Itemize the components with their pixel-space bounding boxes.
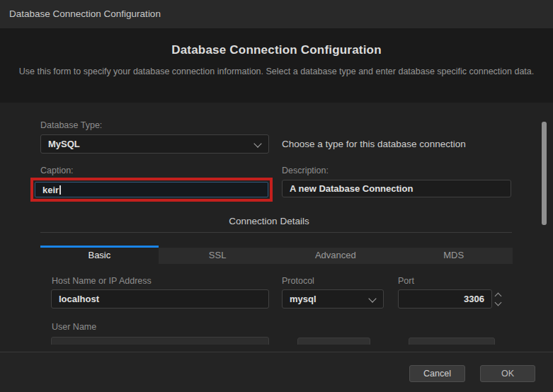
dialog-footer: [0, 352, 553, 392]
truncated-button-left[interactable]: [297, 338, 370, 345]
host-value: localhost: [59, 294, 99, 304]
tab-mds[interactable]: MDS: [394, 246, 513, 264]
dialog-header: Database Connection Configuration Use th…: [0, 28, 553, 103]
page-title: Database Connection Configuration: [0, 28, 553, 57]
database-type-select[interactable]: MySQL: [40, 134, 269, 154]
caption-label: Caption:: [40, 166, 74, 175]
host-label: Host Name or IP Address: [52, 276, 152, 286]
protocol-select[interactable]: mysql: [282, 289, 384, 309]
cancel-button[interactable]: Cancel: [409, 365, 465, 382]
caption-value: keir: [42, 185, 59, 195]
protocol-value: mysql: [290, 294, 317, 304]
connection-details-title: Connection Details: [0, 216, 538, 226]
chevron-down-icon: [253, 139, 261, 147]
description-value: A new Database Connection: [290, 183, 413, 194]
ok-button[interactable]: OK: [480, 365, 535, 382]
protocol-label: Protocol: [282, 276, 314, 286]
truncated-button-right[interactable]: [409, 338, 495, 345]
caption-input[interactable]: keir: [35, 182, 268, 197]
scrollbar-thumb[interactable]: [542, 122, 547, 225]
chevron-down-icon: [368, 294, 376, 302]
port-input[interactable]: 3306: [398, 289, 492, 309]
connection-details-tabs: Basic SSL Advanced MDS: [40, 246, 513, 264]
database-type-value: MySQL: [48, 139, 80, 149]
window-titlebar: Database Connection Configuration: [0, 0, 553, 28]
database-type-help: Choose a type for this database connecti…: [282, 139, 466, 149]
host-input[interactable]: localhost: [51, 289, 269, 309]
tab-basic[interactable]: Basic: [40, 246, 159, 264]
page-subtitle: Use this form to specify your database c…: [16, 66, 537, 78]
form-scroll-area: Database Type: MySQL Choose a type for t…: [0, 103, 538, 345]
tab-ssl[interactable]: SSL: [159, 246, 277, 264]
database-connection-dialog: Database Connection Configuration Databa…: [0, 0, 553, 392]
description-label: Description:: [282, 166, 329, 175]
database-type-label: Database Type:: [40, 120, 102, 130]
window-title: Database Connection Configuration: [9, 8, 161, 19]
username-input[interactable]: [51, 337, 269, 345]
tab-advanced[interactable]: Advanced: [277, 246, 395, 264]
port-value: 3306: [464, 294, 484, 304]
spinner-down-icon[interactable]: [495, 299, 502, 306]
description-input[interactable]: A new Database Connection: [282, 180, 511, 197]
red-highlight-annotation: keir: [30, 178, 273, 202]
text-caret: [59, 185, 61, 195]
section-divider: [40, 232, 512, 233]
port-label: Port: [398, 276, 414, 286]
username-label: User Name: [52, 322, 96, 332]
port-stepper: [494, 289, 503, 309]
